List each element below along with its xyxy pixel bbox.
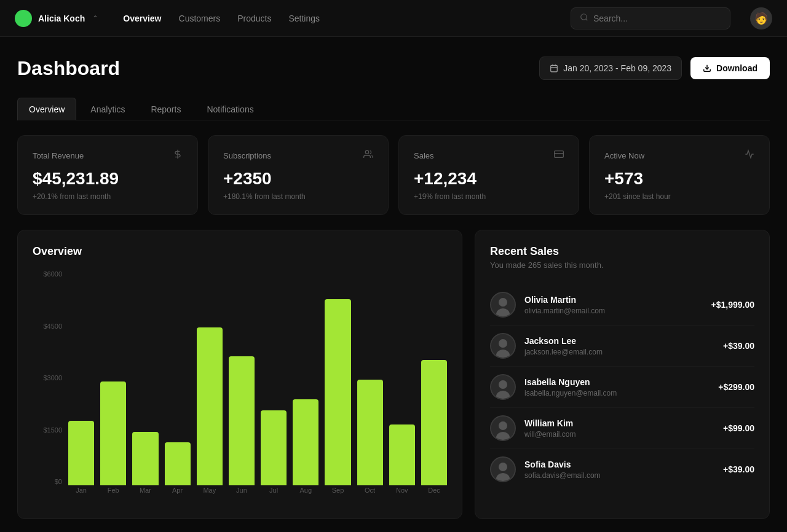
svg-point-8 <box>365 151 368 154</box>
bar-dec <box>421 360 447 485</box>
chart-x-labels: JanFebMarAprMayJunJulAugSepOctNovDec <box>68 487 447 504</box>
svg-point-24 <box>499 463 507 471</box>
date-range-label: Jan 20, 2023 - Feb 09, 2023 <box>563 63 671 73</box>
tab-overview[interactable]: Overview <box>17 98 76 120</box>
chart-card: Overview $6000 $4500 $3000 $1500 $0 JanF… <box>17 230 462 519</box>
stat-cards: Total Revenue $45,231.89 +20.1% from las… <box>17 135 770 215</box>
x-label-oct: Oct <box>357 487 383 504</box>
bar-col-nov <box>389 270 415 485</box>
nav-link-customers[interactable]: Customers <box>179 14 221 23</box>
stat-change-active: +201 since last hour <box>604 192 754 201</box>
search-input[interactable] <box>593 14 721 23</box>
dollar-icon <box>173 149 183 162</box>
stat-change-revenue: +20.1% from last month <box>33 192 183 201</box>
bar-col-oct <box>357 270 383 485</box>
download-button[interactable]: Download <box>690 57 770 79</box>
svg-point-12 <box>499 298 507 307</box>
sale-info-3: William Kimwill@email.com <box>524 418 714 439</box>
stat-change-sales: +19% from last month <box>414 192 564 201</box>
sale-name-2: Isabella Nguyen <box>524 377 710 387</box>
sale-row-4: Sofia Davissofia.davis@email.com+$39.00 <box>490 449 754 490</box>
svg-line-1 <box>586 18 588 20</box>
download-label: Download <box>716 63 757 73</box>
y-label-1500: $1500 <box>43 426 62 434</box>
nav-link-products[interactable]: Products <box>237 14 271 23</box>
chart-y-labels: $6000 $4500 $3000 $1500 $0 <box>33 270 62 485</box>
x-label-may: May <box>197 487 223 504</box>
date-range-picker[interactable]: Jan 20, 2023 - Feb 09, 2023 <box>539 57 682 80</box>
bar-col-aug <box>293 270 318 485</box>
x-label-feb: Feb <box>100 487 126 504</box>
sale-avatar-4 <box>490 456 516 482</box>
stat-label-revenue: Total Revenue <box>33 151 84 160</box>
bar-jun <box>229 356 255 485</box>
header-actions: Jan 20, 2023 - Feb 09, 2023 Download <box>539 57 770 80</box>
svg-rect-9 <box>555 151 564 158</box>
bar-sep <box>325 299 350 485</box>
stat-card-subscriptions: Subscriptions +2350 +180.1% from last mo… <box>208 135 389 215</box>
search-bar[interactable] <box>571 7 730 29</box>
recent-sales-subtitle: You made 265 sales this month. <box>490 260 754 270</box>
sale-name-4: Sofia Davis <box>524 460 714 469</box>
chevron-icon: ⌃ <box>92 14 98 23</box>
bar-jul <box>261 410 287 486</box>
tab-notifications[interactable]: Notifications <box>195 98 265 120</box>
sale-info-4: Sofia Davissofia.davis@email.com <box>524 460 714 480</box>
stat-value-revenue: $45,231.89 <box>33 169 183 189</box>
activity-icon <box>745 149 754 162</box>
y-label-6000: $6000 <box>43 270 62 278</box>
sale-info-1: Jackson Leejackson.lee@email.com <box>524 336 714 356</box>
stat-value-subscriptions: +2350 <box>223 169 373 189</box>
bar-oct <box>357 380 383 485</box>
chart-title: Overview <box>33 245 447 258</box>
sale-email-4: sofia.davis@email.com <box>524 471 714 480</box>
sales-list: Olivia Martinolivia.martin@email.com+$1,… <box>490 284 754 490</box>
sale-name-1: Jackson Lee <box>524 336 714 346</box>
bar-col-sep <box>325 270 350 485</box>
nav-brand[interactable]: Alicia Koch ⌃ <box>15 10 98 27</box>
stat-label-subscriptions: Subscriptions <box>223 151 271 160</box>
x-label-mar: Mar <box>132 487 158 504</box>
x-label-jun: Jun <box>229 487 255 504</box>
bar-apr <box>165 442 191 485</box>
bar-feb <box>100 381 126 485</box>
sale-name-3: William Kim <box>524 418 714 428</box>
sale-info-0: Olivia Martinolivia.martin@email.com <box>524 295 703 315</box>
stat-value-active: +573 <box>604 169 754 189</box>
page-title: Dashboard <box>17 57 120 80</box>
bar-col-dec <box>421 270 447 485</box>
sale-amount-0: +$1,999.00 <box>711 300 754 310</box>
bar-col-mar <box>132 270 158 485</box>
bar-col-jun <box>229 270 255 485</box>
x-label-dec: Dec <box>421 487 447 504</box>
nav-logo <box>15 10 32 27</box>
nav-link-settings[interactable]: Settings <box>288 14 320 23</box>
bar-col-feb <box>100 270 126 485</box>
x-label-jan: Jan <box>68 487 94 504</box>
recent-sales-card: Recent Sales You made 265 sales this mon… <box>475 230 770 519</box>
nav-username: Alicia Koch <box>38 14 85 23</box>
sale-row-0: Olivia Martinolivia.martin@email.com+$1,… <box>490 284 754 326</box>
main-content: Dashboard Jan 20, 2023 - Feb 09, 2023 Do… <box>0 37 787 532</box>
bar-nov <box>389 424 415 485</box>
bar-col-may <box>197 270 223 485</box>
stat-card-sales: Sales +12,234 +19% from last month <box>398 135 579 215</box>
calendar-icon <box>550 64 558 72</box>
sale-row-3: William Kimwill@email.com+$99.00 <box>490 408 754 449</box>
tab-reports[interactable]: Reports <box>139 98 192 120</box>
sale-row-2: Isabella Nguyenisabella.nguyen@email.com… <box>490 367 754 408</box>
sale-amount-4: +$39.00 <box>723 464 754 474</box>
sale-email-2: isabella.nguyen@email.com <box>524 389 710 397</box>
nav-link-overview[interactable]: Overview <box>123 14 161 23</box>
bar-col-apr <box>165 270 191 485</box>
avatar[interactable]: 🧑 <box>750 7 772 29</box>
recent-sales-title: Recent Sales <box>490 245 754 258</box>
x-label-jul: Jul <box>261 487 287 504</box>
page-header: Dashboard Jan 20, 2023 - Feb 09, 2023 Do… <box>17 57 770 80</box>
tab-analytics[interactable]: Analytics <box>79 98 136 120</box>
sale-amount-2: +$299.00 <box>718 382 754 392</box>
x-label-aug: Aug <box>293 487 318 504</box>
bar-aug <box>293 399 318 485</box>
bottom-grid: Overview $6000 $4500 $3000 $1500 $0 JanF… <box>17 230 770 519</box>
bar-may <box>197 327 223 485</box>
